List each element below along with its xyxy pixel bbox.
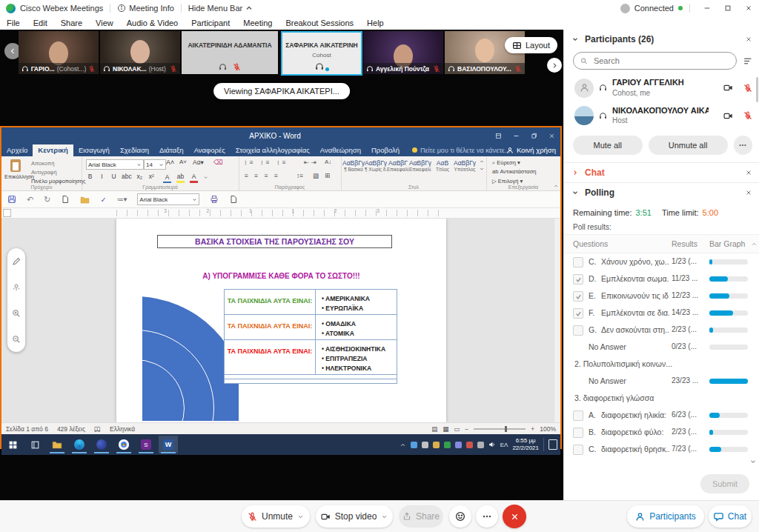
mic-muted-icon[interactable] [743,111,752,120]
submit-button[interactable]: Submit [700,474,749,493]
font-name-combo[interactable]: Arial Black [86,159,144,170]
menu-item[interactable]: Participant [191,19,230,27]
reactions-button[interactable] [449,505,471,528]
mute-all-button[interactable]: Mute all [573,136,643,155]
video-thumbnail-1[interactable]: ΓΑΡΙΟ... (Cohost...) [19,31,99,74]
taskbar-clock[interactable]: 6:55 μμ 22/2/2021 [512,437,539,451]
style-card[interactable]: ΑαΒβΓγΔ Υπότιτλος [454,158,476,172]
poll-option-checkbox[interactable] [573,445,583,455]
volume-icon[interactable] [488,441,496,448]
zoom-out-icon[interactable] [12,335,21,344]
camera-icon[interactable] [723,83,733,93]
highlight-button[interactable]: ab [176,172,185,183]
participant-row[interactable]: ΓΑΡΙΟΥ ΑΓΓΕΛΙΚΗ Cohost, me [564,74,759,102]
word-tab[interactable]: Προβολή [366,144,405,156]
hidden-icons-chevron[interactable] [400,442,406,448]
zoom-out-control[interactable]: − [465,425,468,433]
style-card[interactable]: ΑαΒ Τίτλος [431,158,454,172]
teams-icon[interactable] [92,436,111,453]
copy-button[interactable]: Αντιγραφή [31,168,85,177]
stop-video-button[interactable]: Stop video [316,505,393,528]
style-card[interactable]: ΑαΒβΓγΔ Επικεφαλί... [409,158,431,172]
styles-scroll[interactable] [479,159,485,172]
participant-row[interactable]: ΝΙΚΟΛΑΚΟΠΟΥΛΟΥ ΑΙΚΑΤΕΡ... Host [564,102,759,130]
list-buttons[interactable]: ⁝≡ ⁝≡ ⁝≡ [245,159,289,166]
font-control-button[interactable]: x₂ [136,172,144,181]
share-button[interactable]: Share [399,505,443,528]
scroll-up-icon[interactable] [751,241,758,247]
close-button[interactable] [738,0,759,16]
tray-icon[interactable] [477,442,484,448]
menu-item[interactable]: File [7,19,20,27]
minimize-button[interactable] [697,0,717,16]
tab-selector[interactable] [3,209,11,217]
chevron-down-icon[interactable] [297,513,304,520]
participants-more-button[interactable] [734,136,752,155]
redo-icon[interactable]: ↻ [44,195,50,205]
undo-icon[interactable]: ↶ [27,195,33,205]
windows-start-icon[interactable] [3,436,22,453]
chrome-icon[interactable] [114,436,133,453]
word-share-button[interactable]: Κοινή χρήση [506,144,556,156]
web-layout-icon[interactable]: ▭ [454,425,460,433]
word-tab[interactable]: Στοιχεία αλληλογραφίας [231,144,315,156]
sort-icon[interactable] [743,56,752,66]
avatar-thumbnail-selected[interactable]: ΣΑΦΑΡΙΚΑ ΑΙΚΑΤΕΡΙΝΗ Cohost [281,31,362,76]
word-tab[interactable]: Αναφορές [189,144,231,156]
language-tray[interactable]: ΕΛ [500,442,508,448]
menu-item[interactable]: Share [61,19,82,27]
style-card[interactable]: ΑαΒβΓγΔ! ¶ Χωρίς δ... [365,158,387,172]
laser-pointer-icon[interactable] [12,283,21,292]
word-minimize-icon[interactable] [507,127,525,144]
cut-button[interactable]: Αποκοπή [31,159,85,168]
spelling-icon[interactable]: ✓ [100,196,106,204]
video-thumbnail-2[interactable]: ΝΙΚΟΛΑΚ... (Host) [100,31,180,74]
hide-menu-bar-button[interactable]: Hide Menu Bar [188,4,242,13]
menu-item[interactable]: Edit [33,19,47,27]
word-count[interactable]: 429 λέξεις [57,425,85,433]
menu-item[interactable]: Breakout Sessions [285,19,354,27]
word-tab[interactable]: Σχεδίαση [115,144,154,156]
unmute-button[interactable]: Unmute [242,505,310,528]
list-style-icon[interactable]: ≔▾ [117,196,127,203]
tray-icon[interactable] [411,442,417,448]
grow-font-button[interactable]: Α˄ [166,159,174,166]
save-icon[interactable] [7,195,16,204]
indent-buttons[interactable]: ⇤ ⇥ [304,159,316,166]
close-polling-icon[interactable] [745,189,752,196]
task-view-icon[interactable] [25,436,44,453]
style-card[interactable]: ΑαΒβΓγΔ! ¶ Βασικό [342,158,365,172]
collapse-ribbon-icon[interactable] [553,183,559,189]
word-restore-icon[interactable] [525,127,543,144]
webex-app-icon[interactable]: S [136,436,156,453]
chat-header[interactable]: Chat [564,163,759,182]
clear-format-button[interactable]: ⌫ [213,159,223,166]
poll-option-checkbox[interactable] [573,325,583,336]
paste-button[interactable]: Επικόλληση [4,159,27,180]
zoom-level[interactable]: 100% [540,425,556,433]
sort-button[interactable]: Α↓ [325,159,331,165]
poll-option-checkbox[interactable] [573,274,583,285]
document-page[interactable]: ΒΑΣΙΚΑ ΣΤΟΙΧΕΙΑ ΤΗΣ ΠΑΡΟΥΣΙΑΣΗΣ ΣΟΥ Α) Υ… [116,219,446,422]
print-preview-icon[interactable] [61,195,70,204]
word-tab[interactable]: Εισαγωγή [73,144,115,156]
new-document-icon[interactable] [229,195,238,204]
word-close-icon[interactable] [543,127,560,144]
word-tab[interactable]: Διάταξη [154,144,189,156]
shading-button[interactable]: ▨ [313,172,319,179]
qat-font-combo[interactable]: Arial Black [137,193,199,205]
participants-scrollbar[interactable] [756,77,758,102]
page-indicator[interactable]: Σελίδα 1 από 6 [6,425,48,433]
participant-search[interactable] [573,52,737,70]
participants-toggle-button[interactable]: Participants [627,505,704,528]
tray-icon[interactable] [444,442,451,448]
unmute-all-button[interactable]: Unmute all [649,136,728,155]
line-spacing-button[interactable]: ↕≡ [296,172,303,179]
font-control-button[interactable]: B [86,172,94,181]
maximize-button[interactable] [717,0,738,16]
chevron-down-icon[interactable] [381,513,388,520]
font-control-button[interactable]: I [98,172,106,181]
ribbon-options-icon[interactable] [489,127,507,144]
notification-center-icon[interactable] [548,439,557,450]
menu-item[interactable]: Meeting [243,19,272,27]
